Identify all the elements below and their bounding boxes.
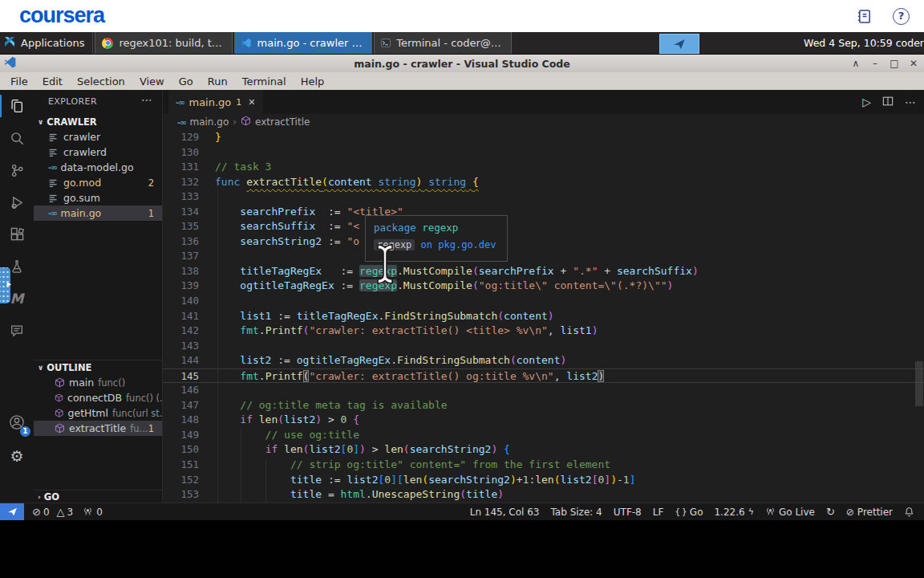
code-line-131[interactable]: 131// task 3 xyxy=(163,160,924,175)
ports-status[interactable]: 0 xyxy=(83,506,103,519)
code-line-151[interactable]: 151 // strip og:title" content=" from th… xyxy=(163,458,924,473)
breadcrumb-separator: › xyxy=(233,116,237,128)
taskbar-window-chrome[interactable]: regex101: build, test, an... xyxy=(95,32,233,54)
code-line-153[interactable]: 153 title = html.UnescapeString(title) xyxy=(163,487,924,503)
tab-close-icon[interactable]: ✕ xyxy=(248,97,255,108)
help-icon[interactable]: ? xyxy=(893,8,910,25)
settings-gear-icon[interactable]: ⚙ xyxy=(0,440,34,472)
code-area[interactable]: 129}130131// task 3132func extractTitle(… xyxy=(163,130,924,503)
outline-header[interactable]: ∨ OUTLINE xyxy=(34,360,162,375)
run-code-button[interactable]: ▷ xyxy=(862,96,871,108)
menu-selection[interactable]: Selection xyxy=(70,75,132,88)
file-item-crawler[interactable]: crawler xyxy=(34,129,162,144)
function-symbol-icon xyxy=(55,393,63,403)
code-line-152[interactable]: 152 title := list2[0][len(searchString2)… xyxy=(163,473,924,488)
code-line-149[interactable]: 149 // use og:title xyxy=(163,428,924,443)
taskbar-window-terminal[interactable]: Terminal - coder@b0564... xyxy=(374,32,512,54)
folder-header-crawler[interactable]: ∨ CRAWLER xyxy=(34,114,162,129)
menu-view[interactable]: View xyxy=(132,75,172,88)
tab-size-indicator[interactable]: Tab Size: 4 xyxy=(551,507,602,518)
menu-terminal[interactable]: Terminal xyxy=(235,75,294,88)
source-control-icon[interactable] xyxy=(0,154,34,186)
code-line-132[interactable]: 132func extractTitle(content string) str… xyxy=(163,175,924,190)
problems-status[interactable]: ⊘ 0 △ 3 xyxy=(32,506,73,518)
split-editor-button[interactable] xyxy=(882,95,894,110)
tray-plane-button[interactable] xyxy=(659,34,699,54)
code-line-148[interactable]: 148 if len(list2) > 0 { xyxy=(163,413,924,428)
code-line-144[interactable]: 144 list2 := ogtitleTagRegEx.FindStringS… xyxy=(163,353,924,368)
go-section-header[interactable]: › GO xyxy=(34,490,162,503)
tab-main-go[interactable]: -∞ main.go 1 ✕ xyxy=(168,90,263,114)
applications-menu-button[interactable]: Applications xyxy=(0,32,93,54)
minimize-button[interactable]: – xyxy=(869,58,881,69)
outline-item-extractTitle[interactable]: extractTitlefu...1 xyxy=(34,421,162,436)
code-line-135[interactable]: 135 searchSuffix := "< xyxy=(163,219,924,234)
file-item-data-model.go[interactable]: -∞data-model.go xyxy=(34,160,162,175)
account-icon[interactable]: 1 xyxy=(0,406,34,438)
code-line-146[interactable]: 146 xyxy=(163,383,924,398)
breadcrumb-symbol[interactable]: extractTitle xyxy=(255,116,310,128)
code-line-129[interactable]: 129} xyxy=(163,130,924,145)
code-line-145[interactable]: 145 fmt.Printf("crawler: extractTitle() … xyxy=(163,368,924,384)
menu-file[interactable]: File xyxy=(3,75,35,88)
language-mode[interactable]: { } Go xyxy=(675,507,703,518)
cursor-position[interactable]: Ln 145, Col 63 xyxy=(470,507,540,518)
sync-icon[interactable]: ↻ xyxy=(826,506,835,518)
window-titlebar[interactable]: main.go - crawler - Visual Studio Code ∧… xyxy=(0,55,924,72)
menu-run[interactable]: Run xyxy=(201,75,235,88)
code-line-136[interactable]: 136 searchString2 := "o xyxy=(163,234,924,250)
code-line-130[interactable]: 130 xyxy=(163,145,924,161)
go-file-icon: -∞ xyxy=(48,209,56,218)
chat-icon[interactable] xyxy=(0,315,34,347)
coursera-header: coursera ? xyxy=(0,0,924,32)
explorer-icon[interactable] xyxy=(0,90,34,122)
file-item-go.mod[interactable]: go.mod2 xyxy=(34,175,162,190)
shade-button[interactable]: ∧ xyxy=(850,58,861,69)
menu-help[interactable]: Help xyxy=(294,75,332,88)
code-line-133[interactable]: 133 xyxy=(163,189,924,205)
file-item-crawlerd[interactable]: crawlerd xyxy=(34,144,162,160)
outline-item-getHtml[interactable]: getHtmlfunc(url st... xyxy=(34,405,162,421)
extensions-icon[interactable] xyxy=(0,218,34,250)
code-line-147[interactable]: 147 // og:title meta tag is available xyxy=(163,398,924,413)
panel-drag-handle[interactable] xyxy=(0,267,10,303)
go-version[interactable]: 1.22.6 ϟ xyxy=(714,507,753,518)
coursera-logo[interactable]: coursera xyxy=(19,3,104,28)
eol-indicator[interactable]: LF xyxy=(653,507,664,518)
breadcrumb[interactable]: -∞ main.go › extractTitle xyxy=(163,114,924,130)
editor-scrollbar-thumb[interactable] xyxy=(915,361,923,406)
go-live-button[interactable]: Go Live xyxy=(765,506,815,519)
more-actions-button[interactable]: ⋯ xyxy=(905,96,916,108)
outline-item-main[interactable]: mainfunc() xyxy=(34,375,162,390)
code-line-141[interactable]: 141 list1 := titleTagRegEx.FindStringSub… xyxy=(163,309,924,324)
remote-indicator[interactable] xyxy=(0,503,24,520)
journal-icon[interactable] xyxy=(857,9,872,27)
menu-edit[interactable]: Edit xyxy=(35,75,70,88)
menu-go[interactable]: Go xyxy=(172,75,201,88)
maximize-button[interactable]: □ xyxy=(889,58,900,69)
code-line-139[interactable]: 139 ogtitleTagRegEx := regexp.MustCompil… xyxy=(163,279,924,294)
file-item-main.go[interactable]: -∞main.go1 xyxy=(34,206,162,221)
close-button[interactable]: ✕ xyxy=(908,58,919,69)
code-line-138[interactable]: 138 titleTagRegEx := regexp.MustCompile(… xyxy=(163,264,924,279)
taskbar-clock[interactable]: Wed 4 Sep, 10:59 coder xyxy=(804,37,924,49)
problems-badge: 2 xyxy=(148,177,154,189)
run-and-debug-icon[interactable] xyxy=(0,186,34,218)
line-number: 133 xyxy=(163,189,199,205)
code-line-134[interactable]: 134 searchPrefix := "<title>" xyxy=(163,205,924,220)
tooltip-link[interactable]: on pkg.go.dev xyxy=(421,239,496,250)
file-item-go.sum[interactable]: go.sum xyxy=(34,190,162,206)
prettier-status[interactable]: ⊘ Prettier xyxy=(846,507,893,518)
search-icon[interactable] xyxy=(0,122,34,154)
explorer-actions-button[interactable]: ⋯ xyxy=(141,93,152,106)
outline-item-connectDB[interactable]: connectDBfunc() (... xyxy=(34,390,162,405)
code-line-143[interactable]: 143 xyxy=(163,339,924,354)
code-line-137[interactable]: 137 xyxy=(163,249,924,264)
breadcrumb-file[interactable]: main.go xyxy=(189,116,229,128)
code-line-142[interactable]: 142 fmt.Printf("crawler: extractTitle() … xyxy=(163,324,924,339)
code-line-150[interactable]: 150 if len(list2[0]) > len(searchString2… xyxy=(163,442,924,458)
encoding-indicator[interactable]: UTF-8 xyxy=(614,507,642,518)
notifications-bell-icon[interactable] xyxy=(904,507,914,517)
taskbar-window-vscode[interactable]: main.go - crawler - Visu... xyxy=(234,32,372,54)
code-line-140[interactable]: 140 xyxy=(163,294,924,309)
